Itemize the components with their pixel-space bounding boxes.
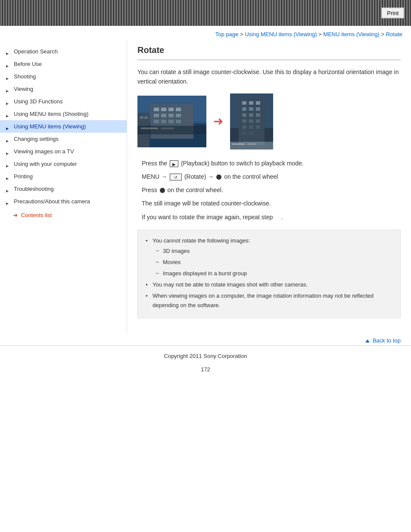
svg-rect-34 <box>242 119 246 123</box>
svg-rect-28 <box>242 107 246 111</box>
svg-rect-9 <box>161 114 166 117</box>
arrow-icon <box>6 87 10 91</box>
contents-list-link[interactable]: ➜ Contents list <box>0 208 127 223</box>
svg-rect-40 <box>242 131 246 135</box>
sidebar-item-printing[interactable]: Printing <box>0 170 127 183</box>
breadcrumb-rotate[interactable]: Rotate <box>386 31 402 37</box>
step-4: The still image will be rotated counter-… <box>137 198 401 209</box>
step-2: MENU → ↺ (Rotate) → on the control wheel <box>137 171 401 182</box>
breadcrumb-menu-items-viewing[interactable]: MENU items (Viewing) <box>323 31 380 37</box>
svg-rect-27 <box>256 101 260 105</box>
arrow-icon <box>6 62 10 66</box>
svg-rect-39 <box>256 125 260 129</box>
arrow-icon <box>6 149 10 154</box>
svg-rect-14 <box>168 120 174 123</box>
svg-rect-35 <box>249 119 253 123</box>
svg-rect-42 <box>230 142 273 149</box>
back-to-top-link[interactable]: Back to top <box>373 337 401 344</box>
sidebar-item-precautions[interactable]: Precautions/About this camera <box>0 195 127 208</box>
sidebar-item-viewing-tv[interactable]: Viewing images on a TV <box>0 145 127 158</box>
svg-rect-7 <box>176 108 181 111</box>
svg-rect-32 <box>249 113 253 117</box>
sidebar-item-shooting[interactable]: Shooting <box>0 70 127 83</box>
rotation-arrow-icon: ➜ <box>213 114 223 128</box>
svg-rect-6 <box>168 108 174 111</box>
svg-rect-26 <box>249 101 253 105</box>
control-wheel-icon-2 <box>160 188 165 193</box>
image-row: ➜ <box>137 93 401 149</box>
control-wheel-icon <box>216 174 221 180</box>
step-3: Press on the control wheel. <box>137 185 401 196</box>
arrow-icon <box>6 124 10 129</box>
svg-rect-41 <box>249 131 253 135</box>
triangle-up-icon <box>365 339 370 342</box>
sidebar: Operation Search Before Use Shooting Vie… <box>0 41 127 334</box>
main-layout: Operation Search Before Use Shooting Vie… <box>0 41 411 334</box>
arrow-icon <box>6 174 10 179</box>
content-area: Rotate You can rotate a still image coun… <box>127 41 411 334</box>
svg-rect-36 <box>256 119 260 123</box>
arrow-icon <box>6 75 10 79</box>
svg-rect-44 <box>247 143 256 145</box>
note-sub-item-3: Images displayed in a burst group <box>156 269 392 278</box>
arrow-right-icon: ➜ <box>13 212 18 218</box>
arrow-icon <box>6 112 10 116</box>
step-1: Press the ▶ (Playback) button to switch … <box>137 158 401 169</box>
sidebar-item-using-3d[interactable]: Using 3D Functions <box>0 95 127 108</box>
step-5: If you want to rotate the image again, r… <box>137 212 401 223</box>
svg-rect-20 <box>141 128 158 129</box>
svg-rect-12 <box>154 120 159 123</box>
sidebar-item-operation-search[interactable]: Operation Search <box>0 45 127 58</box>
sidebar-item-changing-settings[interactable]: Changing settings <box>0 133 127 145</box>
contents-list-anchor[interactable]: Contents list <box>21 212 52 218</box>
svg-rect-21 <box>161 128 174 129</box>
description: You can rotate a still image counter-clo… <box>137 67 401 87</box>
arrow-icon <box>6 162 10 166</box>
page-number: 172 <box>0 366 411 378</box>
arrow-icon <box>6 137 10 141</box>
note-sub-item-1: 3D images <box>156 246 392 256</box>
note-sub-item-2: Movies <box>156 258 392 267</box>
page-title: Rotate <box>137 45 401 60</box>
arrow-icon <box>6 187 10 191</box>
svg-rect-15 <box>176 120 181 123</box>
footer-divider <box>0 345 411 346</box>
sidebar-item-troubleshooting[interactable]: Troubleshooting <box>0 183 127 195</box>
breadcrumb-top[interactable]: Top page <box>215 31 239 37</box>
svg-rect-13 <box>161 120 166 123</box>
sidebar-item-menu-shooting[interactable]: Using MENU items (Shooting) <box>0 108 127 120</box>
svg-rect-29 <box>249 107 253 111</box>
svg-rect-37 <box>242 125 246 129</box>
svg-rect-10 <box>168 114 174 117</box>
svg-rect-25 <box>242 101 246 105</box>
note-item-3: When viewing images on a computer, the i… <box>146 291 392 310</box>
svg-rect-8 <box>154 114 159 117</box>
svg-rect-11 <box>176 114 181 117</box>
svg-rect-43 <box>232 143 245 145</box>
svg-rect-30 <box>256 107 260 111</box>
footer-copyright: Copyright 2011 Sony Corporation <box>0 349 411 366</box>
rotated-image <box>230 93 273 149</box>
sidebar-item-using-computer[interactable]: Using with your computer <box>0 158 127 170</box>
notes-list: You cannot rotate the following images: … <box>146 236 392 311</box>
rotate-menu-icon: ↺ <box>170 174 182 180</box>
svg-rect-4 <box>154 108 159 111</box>
back-to-top[interactable]: Back to top <box>0 334 411 345</box>
original-image <box>137 96 206 147</box>
print-button[interactable]: Print <box>381 8 404 19</box>
svg-rect-38 <box>249 125 253 129</box>
sidebar-item-viewing[interactable]: Viewing <box>0 83 127 95</box>
sidebar-item-menu-viewing[interactable]: Using MENU items (Viewing) <box>0 120 127 133</box>
breadcrumb-using-menu-viewing[interactable]: Using MENU items (Viewing) <box>245 31 317 37</box>
note-item-1: You cannot rotate the following images: … <box>146 236 392 278</box>
playback-button-icon: ▶ <box>170 160 178 167</box>
breadcrumb: Top page > Using MENU items (Viewing) > … <box>0 26 411 41</box>
header: Print <box>0 0 411 26</box>
arrow-icon <box>6 50 10 54</box>
sidebar-item-before-use[interactable]: Before Use <box>0 58 127 70</box>
arrow-icon <box>6 100 10 104</box>
svg-rect-5 <box>161 108 166 111</box>
notes-box: You cannot rotate the following images: … <box>137 230 401 319</box>
note-item-2: You may not be able to rotate images sho… <box>146 280 392 289</box>
svg-rect-19 <box>137 126 206 134</box>
